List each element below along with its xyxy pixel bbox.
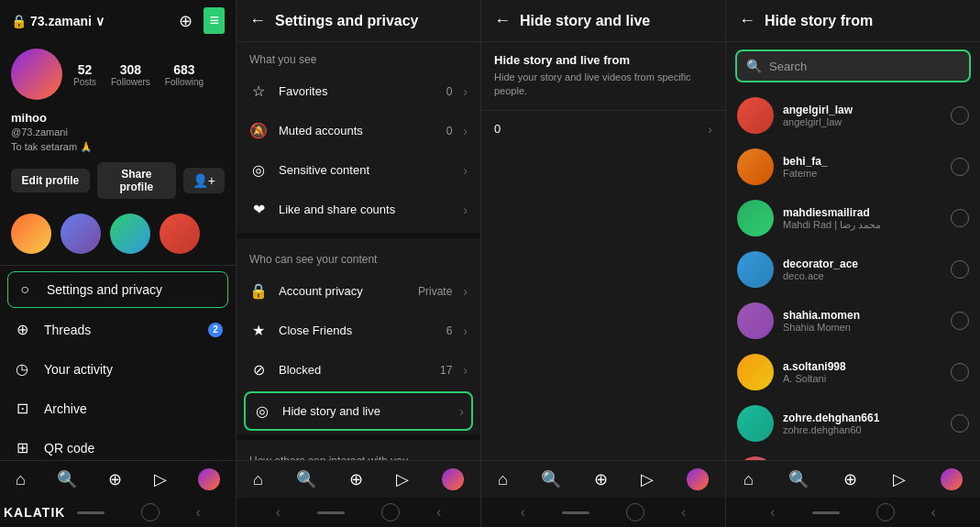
- gesture-back2-p4: ‹: [931, 504, 936, 521]
- profile-nav-p4[interactable]: [941, 468, 963, 490]
- highlight-2[interactable]: [61, 214, 101, 254]
- gesture-bar-2: ‹ ‹: [237, 498, 480, 527]
- edit-profile-button[interactable]: Edit profile: [11, 169, 90, 192]
- search-box[interactable]: 🔍 Search: [735, 49, 971, 82]
- menu-icon[interactable]: ≡: [204, 7, 225, 34]
- favorites-value: 0: [446, 85, 453, 98]
- favorites-icon: ☆: [249, 82, 268, 100]
- user-radio[interactable]: [951, 363, 969, 381]
- add-icon-p2[interactable]: ⊕: [349, 469, 363, 489]
- muted-label: Muted accounts: [279, 124, 435, 137]
- add-person-button[interactable]: 👤+: [183, 168, 225, 193]
- user-name: A. Soltani: [783, 373, 941, 384]
- list-item[interactable]: angelgirl_law angelgirl_law: [726, 90, 980, 141]
- highlight-1[interactable]: [11, 214, 51, 254]
- settings-close-friends[interactable]: ★ Close Friends 6 ›: [237, 311, 480, 350]
- settings-hide-story[interactable]: ◎ Hide story and live ›: [244, 391, 473, 431]
- reels-icon-p4[interactable]: ▷: [893, 469, 906, 489]
- user-info: decorator_ace deco.ace: [783, 258, 941, 281]
- section-separator-1: [237, 233, 480, 238]
- gesture-pill-p2: [317, 511, 345, 514]
- reels-icon-p2[interactable]: ▷: [396, 469, 409, 489]
- sidebar-item-settings[interactable]: ○ Settings and privacy: [7, 271, 228, 308]
- profile-nav-p3[interactable]: [687, 468, 709, 490]
- hide-story-count-row[interactable]: 0 ›: [481, 110, 725, 148]
- back-button-hide-from[interactable]: ←: [739, 11, 755, 30]
- user-handle: decorator_ace: [783, 258, 941, 270]
- user-radio[interactable]: [951, 260, 969, 279]
- settings-muted[interactable]: 🔕 Muted accounts 0 ›: [237, 111, 480, 150]
- add-post-icon[interactable]: ⊕: [108, 469, 122, 489]
- sidebar-item-threads[interactable]: ⊕ Threads 2: [0, 310, 236, 349]
- home-icon-p3[interactable]: ⌂: [498, 470, 508, 489]
- gesture-bar-3: ‹ ‹: [481, 498, 725, 527]
- profile-header: 🔒 73.zamani ∨ ⊕ ≡: [0, 0, 236, 41]
- threads-badge: 2: [208, 323, 223, 337]
- threads-icon: ⊕: [13, 321, 31, 338]
- sensitive-icon: ◎: [249, 161, 268, 179]
- home-icon-p2[interactable]: ⌂: [253, 470, 263, 489]
- user-radio[interactable]: [951, 312, 969, 330]
- close-friends-label: Close Friends: [279, 324, 435, 337]
- gesture-circle-p3: [626, 503, 644, 522]
- highlight-4[interactable]: [160, 214, 200, 254]
- add-icon-p4[interactable]: ⊕: [843, 469, 857, 489]
- list-item[interactable]: zohre.dehghan661 zohre.dehghan60: [726, 398, 980, 449]
- list-item[interactable]: decorator_ace deco.ace: [726, 244, 980, 295]
- user-radio[interactable]: [951, 106, 969, 125]
- list-item[interactable]: behi_fa_ Fateme: [726, 141, 980, 192]
- search-icon-p2[interactable]: 🔍: [296, 469, 316, 489]
- muted-value: 0: [446, 125, 453, 137]
- sidebar-item-qrcode[interactable]: ⊞ QR code: [0, 428, 236, 460]
- reels-icon[interactable]: ▷: [154, 469, 167, 489]
- close-friends-icon: ★: [249, 322, 268, 339]
- sensitive-label: Sensitive content: [279, 163, 452, 177]
- section-what-you-see: What you see: [237, 42, 480, 71]
- settings-sensitive[interactable]: ◎ Sensitive content ›: [237, 150, 480, 190]
- profile-nav-p2[interactable]: [442, 468, 464, 490]
- user-radio[interactable]: [951, 158, 969, 176]
- reels-icon-p3[interactable]: ▷: [641, 469, 654, 489]
- search-icon[interactable]: 🔍: [57, 469, 77, 489]
- sidebar-item-archive[interactable]: ⊡ Archive: [0, 389, 236, 428]
- add-icon[interactable]: ⊕: [179, 11, 193, 31]
- settings-like-counts[interactable]: ❤ Like and share counts ›: [237, 190, 480, 229]
- back-button-settings[interactable]: ←: [249, 11, 266, 30]
- sidebar-item-activity[interactable]: ◷ Your activity: [0, 349, 236, 389]
- settings-account-privacy[interactable]: 🔒 Account privacy Private ›: [237, 271, 480, 311]
- add-icon-p3[interactable]: ⊕: [594, 469, 608, 489]
- list-item[interactable]: a.soltani998 A. Soltani: [726, 346, 980, 398]
- gesture-back-p4: ‹: [770, 504, 775, 521]
- home-icon[interactable]: ⌂: [16, 470, 26, 489]
- gesture-circle-p4: [876, 503, 895, 522]
- share-profile-button[interactable]: Share profile: [97, 162, 176, 199]
- settings-list: What you see ☆ Favorites 0 › 🔕 Muted acc…: [237, 42, 480, 460]
- hide-story-section-title: Hide story and live from: [494, 53, 712, 67]
- settings-panel: ← Settings and privacy What you see ☆ Fa…: [237, 0, 481, 527]
- user-radio[interactable]: [951, 414, 969, 433]
- highlight-3[interactable]: [110, 214, 150, 254]
- user-avatar: [737, 354, 774, 390]
- back-button-hide-story[interactable]: ←: [494, 11, 511, 30]
- favorites-label: Favorites: [279, 84, 435, 98]
- list-item[interactable]: mo.hi1413 Moh: [726, 449, 980, 460]
- user-radio[interactable]: [951, 209, 969, 227]
- user-avatar: [737, 302, 774, 339]
- followers-label: Followers: [111, 77, 150, 87]
- profile-info: 52 Posts 308 Followers 683 Following: [0, 41, 236, 107]
- followers-count: 308: [120, 62, 141, 77]
- settings-blocked[interactable]: ⊘ Blocked 17 ›: [237, 350, 480, 390]
- archive-label: Archive: [44, 401, 87, 416]
- list-item[interactable]: shahia.momen Shahia Momen: [726, 295, 980, 346]
- list-item[interactable]: mahdiesmailirad Mahdi Rad | محمد رضا: [726, 192, 980, 244]
- username-display[interactable]: 🔒 73.zamani ∨: [11, 14, 105, 28]
- hide-story-panel: ← Hide story and live Hide story and liv…: [481, 0, 726, 527]
- home-icon-p4[interactable]: ⌂: [743, 470, 754, 489]
- search-icon-p3[interactable]: 🔍: [541, 469, 561, 489]
- bottom-nav-panel2: ⌂ 🔍 ⊕ ▷: [237, 460, 480, 498]
- user-avatar: [737, 97, 774, 134]
- search-icon-p4[interactable]: 🔍: [788, 469, 809, 489]
- profile-avatar-nav[interactable]: [198, 468, 220, 490]
- archive-icon: ⊡: [13, 400, 31, 417]
- settings-favorites[interactable]: ☆ Favorites 0 ›: [237, 71, 480, 111]
